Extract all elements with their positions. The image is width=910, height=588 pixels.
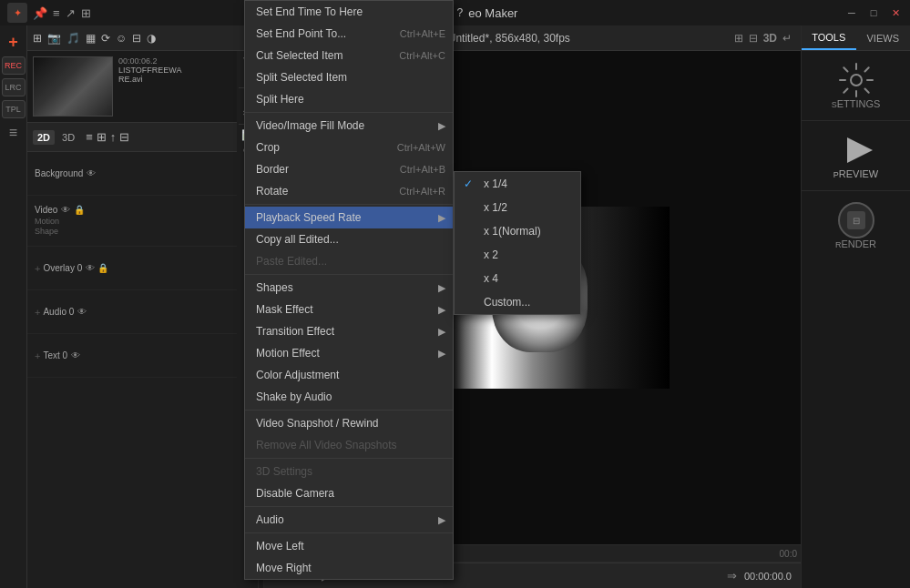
context-menu: Set End Time To Here Set End Point To...… <box>244 0 454 580</box>
track-text0-eye[interactable]: 👁 <box>71 350 80 360</box>
ctx-set-end-time[interactable]: Set End Time To Here <box>245 1 453 23</box>
ctx-motion-effect-label: Motion Effect <box>256 347 320 360</box>
ctx-shapes[interactable]: Shapes ▶ <box>245 277 453 299</box>
ctx-set-end-point-label: Set End Point To... <box>256 27 346 40</box>
submenu-custom-label: Custom... <box>484 296 530 309</box>
submenu-custom[interactable]: Custom... <box>455 290 580 314</box>
track-overlay0-add[interactable]: + <box>35 263 40 274</box>
track-background-eye[interactable]: 👁 <box>87 168 96 178</box>
render-icon-inner: ⊟ <box>847 211 865 229</box>
header-grid-icon[interactable]: ⊞ <box>734 32 743 45</box>
header-grid2-icon[interactable]: ⊟ <box>749 32 758 45</box>
ctx-cut-selected[interactable]: Cut Selected Item Ctrl+Alt+C <box>245 45 453 66</box>
3d-toggle[interactable]: 3D <box>58 130 78 145</box>
settings-label: SETTINGS <box>832 98 881 109</box>
ctx-fill-mode[interactable]: Video/Image Fill Mode ▶ <box>245 115 453 137</box>
media-tb-icon7[interactable]: ⊟ <box>132 32 141 45</box>
ctx-border-shortcut: Ctrl+Alt+B <box>400 164 445 175</box>
track-video-label-row: Video 👁 🔒 <box>35 205 247 215</box>
media-tb-icon5[interactable]: ⟳ <box>101 32 110 45</box>
track-overlay0-eye[interactable]: 👁 <box>86 263 95 273</box>
2d-toggle[interactable]: 2D <box>33 130 55 145</box>
ctx-split-selected[interactable]: Split Selected Item <box>245 66 453 88</box>
ctx-mask-effect[interactable]: Mask Effect ▶ <box>245 299 453 320</box>
right-sidebar: TOOLS VIEWS SETTINGS PREVIEW <box>801 25 910 588</box>
ctx-split-here[interactable]: Split Here <box>245 88 453 110</box>
tl-fit-icon[interactable]: ⊟ <box>119 130 129 144</box>
ctx-sep3 <box>245 274 453 275</box>
media-tb-icon3[interactable]: 🎵 <box>66 32 80 45</box>
track-background-label: Background 👁 <box>27 152 255 195</box>
tl-up-icon[interactable]: ↑ <box>110 130 117 144</box>
ctx-border[interactable]: Border Ctrl+Alt+B <box>245 158 453 180</box>
menu-icon[interactable]: ≡ <box>3 122 25 144</box>
submenu-x1-2[interactable]: x 1/2 <box>455 196 580 219</box>
media-toolbar: ⊞ 📷 🎵 ▦ ⟳ ☺ ⊟ ◑ <box>27 25 263 51</box>
track-text0-add[interactable]: + <box>35 350 40 361</box>
track-video-eye[interactable]: 👁 <box>61 205 70 215</box>
submenu-x1-4[interactable]: ✓ x 1/4 <box>455 172 580 196</box>
ctx-split-here-label: Split Here <box>256 93 304 106</box>
render-icon: ⊟ <box>838 202 874 238</box>
ctx-copy-all[interactable]: Copy all Edited... <box>245 228 453 250</box>
ctx-fill-mode-arrow: ▶ <box>438 120 445 132</box>
ctx-transition-effect[interactable]: Transition Effect ▶ <box>245 320 453 342</box>
help-button[interactable]: ? <box>457 6 464 19</box>
media-tb-icon2[interactable]: 📷 <box>47 32 61 45</box>
media-tb-icon8[interactable]: ◑ <box>147 32 156 45</box>
ctx-disable-camera[interactable]: Disable Camera <box>245 482 453 504</box>
window-restore-button[interactable]: □ <box>866 5 881 20</box>
ctx-3d-settings-label: 3D Settings <box>256 465 312 478</box>
track-video-lock[interactable]: 🔒 <box>74 205 85 215</box>
track-overlay0-lock[interactable]: 🔒 <box>97 263 108 273</box>
lyric-icon[interactable]: LRC <box>2 78 26 96</box>
ctx-shake-by-audio[interactable]: Shake by Audio <box>245 386 453 408</box>
context-menu-container: Set End Time To Here Set End Point To...… <box>244 0 454 580</box>
media-tb-icon1[interactable]: ⊞ <box>33 32 42 45</box>
ctx-fill-mode-label: Video/Image Fill Mode <box>256 119 364 132</box>
track-text0: + Text 0 👁 Double C... <box>27 334 263 378</box>
render-panel-btn[interactable]: ⊟ RENDER <box>802 191 910 260</box>
ctx-audio[interactable]: Audio ▶ <box>245 509 453 531</box>
ctx-crop-shortcut: Ctrl+Alt+W <box>397 142 445 153</box>
ctx-video-snapshot[interactable]: Video Snapshot / Rewind <box>245 412 453 434</box>
title-bar-right: ─ □ ✕ <box>844 5 903 20</box>
ctx-move-right[interactable]: Move Right <box>245 557 453 579</box>
media-tb-icon6[interactable]: ☺ <box>116 32 127 45</box>
ctx-transition-effect-arrow: ▶ <box>438 326 445 338</box>
submenu-x4[interactable]: x 4 <box>455 267 580 290</box>
ctx-border-label: Border <box>256 163 289 176</box>
ctx-crop[interactable]: Crop Ctrl+Alt+W <box>245 137 453 158</box>
media-details: 00:00:06.2 LISTOFFREEWA RE.avi <box>118 56 182 117</box>
ctx-color-adjustment[interactable]: Color Adjustment <box>245 364 453 386</box>
add-media-icon[interactable]: + <box>3 31 25 53</box>
settings-panel-btn[interactable]: SETTINGS <box>802 51 910 121</box>
template-icon[interactable]: TPL <box>2 100 26 118</box>
app-icon-cursor: ↗ <box>66 6 76 20</box>
ctx-move-left[interactable]: Move Left <box>245 535 453 557</box>
track-audio0-add[interactable]: + <box>35 307 40 318</box>
window-minimize-button[interactable]: ─ <box>844 5 859 20</box>
tl-grid-icon[interactable]: ⊞ <box>97 130 107 144</box>
views-tab[interactable]: VIEWS <box>856 25 911 50</box>
header-3d-icon[interactable]: 3D <box>763 32 777 45</box>
tools-tab[interactable]: TOOLS <box>802 25 856 50</box>
ctx-mask-effect-label: Mask Effect <box>256 303 312 316</box>
ctx-remove-snapshots: Remove All Video Snapshots <box>245 434 453 456</box>
track-video-name: Video <box>35 205 57 215</box>
submenu-x1-normal[interactable]: x 1(Normal) <box>455 219 580 243</box>
media-tb-icon4[interactable]: ▦ <box>86 32 96 45</box>
track-audio0-eye[interactable]: 👁 <box>77 307 87 317</box>
track-audio0: + Audio 0 👁 click to Insert Color Block,… <box>27 290 263 334</box>
ctx-set-end-point[interactable]: Set End Point To... Ctrl+Alt+E <box>245 23 453 45</box>
window-close-button[interactable]: ✕ <box>888 5 903 20</box>
header-wrap-icon[interactable]: ↵ <box>782 32 792 45</box>
tl-list-icon[interactable]: ≡ <box>86 130 93 144</box>
ctx-motion-effect[interactable]: Motion Effect ▶ <box>245 342 453 364</box>
submenu-x2[interactable]: x 2 <box>455 243 580 267</box>
preview-panel-btn[interactable]: PREVIEW <box>802 121 910 191</box>
submenu-x4-label: x 4 <box>484 272 498 285</box>
ctx-playback-speed[interactable]: Playback Speed Rate ▶ <box>245 207 453 228</box>
record-icon[interactable]: REC <box>2 56 26 75</box>
ctx-rotate[interactable]: Rotate Ctrl+Alt+R <box>245 180 453 202</box>
